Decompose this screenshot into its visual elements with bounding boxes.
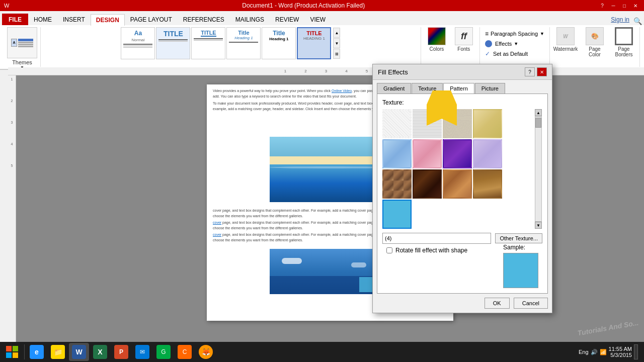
speaker-icon: 🔊 [591, 349, 598, 355]
effects-button[interactable]: Effects ▼ [483, 39, 546, 48]
style-normal[interactable]: Aa Normal [121, 27, 155, 59]
texture-cork[interactable] [382, 169, 412, 199]
style-title[interactable]: TITLE [156, 27, 190, 59]
tab-home[interactable]: HOME [28, 14, 57, 25]
tab-gradient[interactable]: Gradient [377, 83, 411, 94]
minimize-button[interactable]: ─ [609, 2, 618, 10]
tab-mailings[interactable]: MAILINGS [230, 14, 270, 25]
scroll-down-arrow[interactable]: ▼ [535, 222, 542, 229]
green-app-button[interactable]: G [153, 343, 174, 361]
texture-recycled[interactable] [443, 109, 472, 138]
paragraph-spacing-icon: ≡ [485, 30, 489, 37]
effects-label: Effects [495, 41, 512, 47]
tab-review[interactable]: REVIEW [270, 14, 304, 25]
dialog-title-bar: Fill Effects ? ✕ [373, 64, 552, 80]
rotate-checkbox[interactable] [386, 247, 392, 253]
page-borders-button[interactable]: Page Borders [611, 27, 636, 57]
firefox-button[interactable]: 🦊 [196, 343, 216, 361]
tab-references[interactable]: REFERENCES [178, 14, 230, 25]
title-bar: W Document1 - Word (Product Activation F… [0, 0, 644, 11]
scroll-thumb[interactable] [535, 118, 541, 128]
dialog-buttons: OK Cancel [377, 298, 548, 309]
colors-swatch [428, 27, 446, 45]
close-window-button[interactable]: ✕ [631, 2, 640, 10]
tab-texture[interactable]: Texture [412, 83, 443, 94]
dialog-help-button[interactable]: ? [525, 67, 535, 76]
texture-parchment[interactable] [473, 109, 502, 138]
tab-picture[interactable]: Picture [475, 83, 505, 94]
ie-button[interactable]: e [27, 343, 47, 361]
cancel-button[interactable]: Cancel [514, 298, 548, 309]
watermark-button[interactable]: W Watermark [553, 27, 578, 57]
ribbon-tabs: FILE HOME INSERT DESIGN PAGE LAYOUT REFE… [0, 11, 644, 25]
help-button[interactable]: ? [598, 2, 607, 10]
show-desktop-button[interactable] [634, 344, 638, 359]
style-heading2[interactable]: Title Heading 1 [226, 27, 261, 59]
tab-page-layout[interactable]: PAGE LAYOUT [125, 14, 178, 25]
fonts-button[interactable]: ff Fonts [451, 27, 476, 52]
scroll-track[interactable] [535, 116, 542, 222]
texture-name-row: Other Texture... [382, 233, 542, 244]
texture-pink-tissue[interactable] [413, 139, 442, 168]
set-default-button[interactable]: ✓ Set as Default [483, 49, 546, 58]
dialog-close-button[interactable]: ✕ [537, 67, 547, 76]
other-texture-button[interactable]: Other Texture... [495, 233, 542, 243]
document-formatting-group: Aa Normal [41, 27, 421, 67]
maximize-button[interactable]: □ [620, 2, 629, 10]
style-heading3[interactable]: Title Heading 1 [262, 27, 296, 59]
paragraph-spacing-label: Paragraph Spacing [491, 31, 538, 37]
paragraph-spacing-button[interactable]: ≡ Paragraph Spacing ▼ [483, 29, 546, 38]
tab-design[interactable]: DESIGN [91, 14, 125, 26]
start-button[interactable] [2, 343, 22, 361]
orange-app-button[interactable]: C [175, 343, 195, 361]
texture-paper[interactable] [382, 109, 412, 138]
themes-button[interactable]: A [7, 27, 37, 58]
word-button[interactable]: W [69, 343, 89, 361]
word-icon: W [72, 345, 86, 359]
set-default-icon: ✓ [485, 50, 490, 57]
texture-blue[interactable] [382, 200, 412, 229]
style-gallery-scroll: ▲ ▼ ⊞ [333, 28, 340, 59]
texture-oak[interactable] [443, 169, 472, 199]
explorer-icon: 📁 [51, 345, 65, 359]
style-scroll-down[interactable]: ▼ [333, 38, 340, 48]
texture-medium-wood[interactable] [473, 169, 502, 199]
texture-grid-row: ▲ ▼ [382, 109, 542, 229]
texture-lavender[interactable] [473, 139, 502, 168]
style-scroll-more[interactable]: ⊞ [333, 49, 340, 59]
taskbar-separator [24, 344, 25, 359]
style-heading1[interactable]: TITLE [191, 27, 225, 59]
texture-newsprint[interactable] [413, 109, 442, 138]
page-borders-label: Page Borders [611, 46, 636, 57]
signin-button[interactable]: Sign in [607, 14, 633, 25]
texture-purple[interactable] [443, 139, 472, 168]
colors-button[interactable]: Colors [424, 27, 449, 52]
page-color-button[interactable]: 🎨 Page Color [582, 27, 607, 57]
themes-icon: A [11, 39, 33, 47]
texture-name-input[interactable] [382, 233, 491, 244]
scroll-up-arrow[interactable]: ▲ [535, 109, 542, 116]
style-scroll-up[interactable]: ▲ [333, 28, 340, 38]
dialog-body: Texture: [377, 94, 548, 294]
tab-pattern[interactable]: Pattern [443, 83, 474, 94]
window-title: Document1 - Word (Product Activation Fai… [9, 2, 598, 9]
ruler-vertical: 12345 [8, 75, 16, 347]
powerpoint-button[interactable]: P [111, 343, 131, 361]
tab-insert[interactable]: INSERT [57, 14, 91, 25]
tab-view[interactable]: VIEW [304, 14, 331, 25]
language-indicator: Eng [579, 349, 589, 355]
green-app-icon: G [156, 345, 171, 359]
ok-button[interactable]: OK [485, 298, 510, 309]
page-color-label: Page Color [582, 46, 607, 57]
texture-walnut[interactable] [413, 169, 442, 199]
excel-icon: X [93, 345, 107, 359]
taskbar: e 📁 W X P ✉ G C [0, 342, 644, 362]
explorer-button[interactable]: 📁 [48, 343, 68, 361]
tab-file[interactable]: FILE [2, 14, 28, 25]
texture-blue-tissue[interactable] [382, 139, 412, 168]
style-highlighted[interactable]: TITLE HEADING 1 [297, 27, 331, 59]
excel-button[interactable]: X [90, 343, 110, 361]
ribbon-search-button[interactable]: 🔍 [633, 17, 642, 25]
fill-effects-dialog: Fill Effects ? ✕ Gradient Texture Patter… [372, 64, 552, 313]
outlook-button[interactable]: ✉ [132, 343, 152, 361]
